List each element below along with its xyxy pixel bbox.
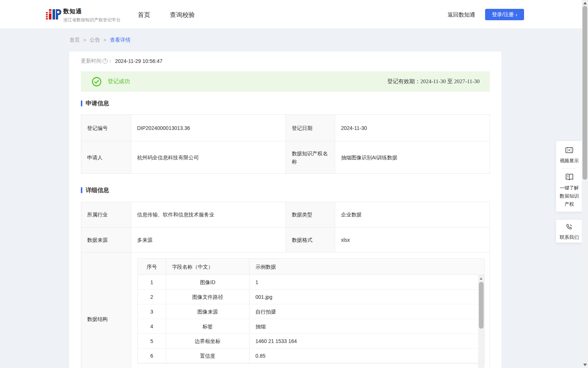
kv-label: 所属行业 (81, 202, 131, 227)
scroll-up-icon[interactable] (480, 277, 483, 280)
cell-index: 6 (138, 348, 166, 363)
top-header: 数知通 浙江省数据知识产权登记平台 首页 查询校验 返回数知通 登录/注册 › (0, 0, 588, 29)
floating-panel-top: 视频展示 一键了解 数据知识 产权 (556, 141, 582, 212)
update-time-value: 2024-11-29 10:56:47 (115, 58, 162, 64)
help-icon[interactable]: ? (103, 59, 108, 64)
scroll-up-icon[interactable] (583, 2, 587, 4)
kv-label-data-structure: 数据结构 (81, 252, 131, 368)
data-structure-cell: 序号 字段名称（中文） 示例数据 1 图像ID 1 2 图像文件路径 001.j… (131, 252, 490, 368)
breadcrumb-view-detail[interactable]: 查看详情 (110, 37, 130, 43)
kv-label: 数据类型 (286, 202, 335, 227)
table-row: 3 图像来源 自行拍摄 (138, 304, 484, 319)
cell-index: 4 (138, 319, 166, 333)
guide-label-line3[interactable]: 产权 (564, 200, 574, 208)
kv-value: DIP2024000013013.36 (131, 115, 286, 141)
page-scrollbar[interactable] (582, 0, 588, 368)
login-register-label: 登录/注册 (492, 11, 514, 18)
video-demo-label[interactable]: 视频展示 (560, 158, 579, 164)
cell-sample-data: 抽烟 (250, 319, 484, 333)
section-accent-bar (81, 187, 82, 193)
table-row: 4 标签 抽烟 (138, 319, 484, 334)
cell-field-name: 图像ID (166, 275, 250, 289)
registration-success-banner: 登记成功 登记有效期：2024-11-30 至 2027-11-30 (81, 71, 490, 92)
nav-item-home[interactable]: 首页 (138, 11, 150, 19)
brand-subtitle: 浙江省数据知识产权登记平台 (63, 17, 121, 23)
cell-index: 5 (138, 334, 166, 348)
scrollbar-thumb[interactable] (479, 282, 484, 329)
validity-value: 2024-11-30 至 2027-11-30 (420, 78, 480, 84)
contact-us-label: 联系我们 (560, 234, 579, 241)
kv-value: 信息传输、软件和信息技术服务业 (131, 202, 286, 227)
table-row: 6 置信度 0.85 (138, 348, 484, 363)
nav-item-query-verify[interactable]: 查询校验 (170, 11, 195, 19)
kv-value: 杭州码全信息科技有限公司 (131, 141, 286, 173)
scroll-down-icon[interactable] (583, 364, 587, 366)
section-title-application-info: 申请信息 (81, 100, 490, 107)
registration-validity: 登记有效期：2024-11-30 至 2027-11-30 (387, 78, 480, 85)
cell-sample-data: 1 (250, 275, 484, 289)
update-time-colon: ： (108, 58, 113, 64)
breadcrumb: 首页 > 公告 > 查看详情 (69, 37, 130, 43)
brand-name: 数知通 (63, 8, 121, 15)
kv-label: 登记编号 (81, 115, 131, 141)
phone-icon (565, 223, 573, 231)
column-header-field-name: 字段名称（中文） (166, 259, 250, 275)
cell-field-name: 标签 (166, 319, 250, 333)
cell-sample-data: 001.jpg (250, 290, 484, 304)
cell-index: 1 (138, 275, 166, 289)
cell-sample-data: 自行拍摄 (250, 304, 484, 319)
book-icon[interactable] (565, 172, 574, 181)
cell-index: 2 (138, 290, 166, 304)
kv-label: 登记日期 (286, 115, 335, 141)
section-title-text: 申请信息 (86, 100, 109, 107)
breadcrumb-separator: > (83, 38, 86, 43)
scrollbar-thumb[interactable] (582, 6, 587, 180)
table-row: 1 图像ID 1 (138, 275, 484, 290)
cell-sample-data: 1460 21 1533 164 (250, 334, 484, 348)
video-icon[interactable] (565, 146, 574, 155)
cell-field-name: 边界框坐标 (166, 334, 250, 348)
update-time-row: 更新时间 ? ： 2024-11-29 10:56:47 (81, 57, 490, 65)
application-info-table: 登记编号 DIP2024000013013.36 登记日期 2024-11-30… (81, 114, 490, 174)
registration-status-text: 登记成功 (108, 78, 130, 85)
kv-label: 数据来源 (81, 227, 131, 252)
cell-field-name: 置信度 (166, 348, 250, 363)
divider (562, 168, 577, 169)
table-row: 2 图像文件路径 001.jpg (138, 290, 484, 304)
guide-label-line2[interactable]: 数据知识 (560, 192, 579, 200)
detail-card: 更新时间 ? ： 2024-11-29 10:56:47 登记成功 登记有效期：… (69, 52, 501, 368)
brand-block: 数知通 浙江省数据知识产权登记平台 (63, 8, 121, 23)
section-title-detail-info: 详细信息 (81, 187, 490, 194)
breadcrumb-separator: > (104, 38, 106, 43)
column-header-sample-data: 示例数据 (250, 259, 484, 275)
kv-value: 2024-11-30 (335, 115, 490, 141)
cell-index: 3 (138, 304, 166, 319)
back-to-shuzhitong-link[interactable]: 返回数知通 (448, 11, 475, 18)
update-time-label: 更新时间 (81, 58, 101, 64)
section-accent-bar (81, 100, 82, 106)
success-check-icon (92, 77, 101, 86)
detail-info-table: 所属行业 信息传输、软件和信息技术服务业 数据类型 企业数据 数据来源 多来源 … (81, 202, 490, 368)
table-row: 5 边界框坐标 1460 21 1533 164 (138, 334, 484, 348)
guide-label-line1[interactable]: 一键了解 (560, 184, 579, 192)
kv-label: 数据格式 (286, 227, 335, 252)
column-header-index: 序号 (138, 259, 166, 275)
kv-label: 申请人 (81, 141, 131, 173)
data-structure-table: 序号 字段名称（中文） 示例数据 1 图像ID 1 2 图像文件路径 001.j… (137, 258, 485, 364)
breadcrumb-home[interactable]: 首页 (69, 37, 80, 43)
section-title-text: 详细信息 (86, 187, 109, 194)
breadcrumb-announcement[interactable]: 公告 (90, 37, 100, 43)
floating-panel-contact[interactable]: 联系我们 (556, 220, 582, 243)
structure-table-header: 序号 字段名称（中文） 示例数据 (138, 259, 484, 275)
structure-table-scrollbar[interactable] (478, 275, 484, 368)
chevron-right-icon: › (515, 12, 517, 17)
cell-sample-data: 0.85 (250, 348, 484, 363)
kv-value: 企业数据 (335, 202, 490, 227)
kv-label: 数据知识产权名称 (286, 141, 335, 173)
login-register-button[interactable]: 登录/注册 › (485, 9, 524, 20)
kv-value: xlsx (335, 227, 490, 252)
cell-field-name: 图像文件路径 (166, 290, 250, 304)
brand-logo-icon (46, 7, 61, 22)
cell-field-name: 图像来源 (166, 304, 250, 319)
kv-value: 多来源 (131, 227, 286, 252)
